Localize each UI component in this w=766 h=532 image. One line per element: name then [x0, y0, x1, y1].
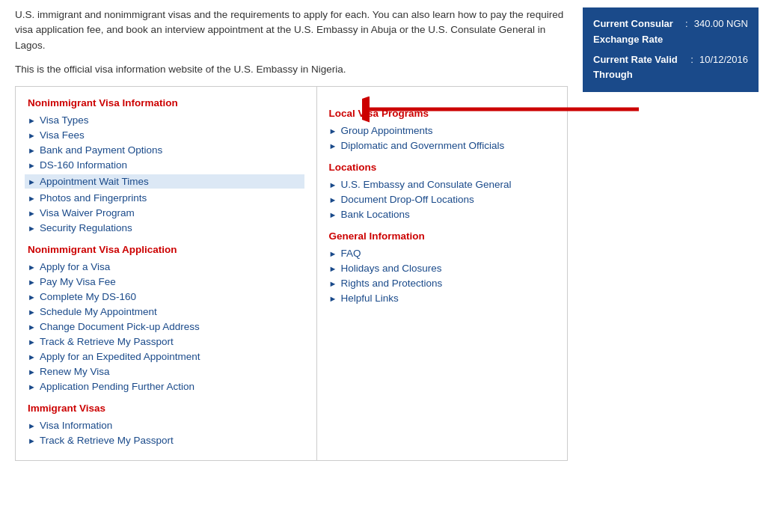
nav-visa-waiver[interactable]: ►Visa Waiver Program	[28, 207, 304, 218]
nav-visa-fees[interactable]: ►Visa Fees	[28, 129, 304, 141]
intro-line1: U.S. immigrant and nonimmigrant visas an…	[15, 7, 568, 53]
arrow-icon: ►	[28, 146, 36, 155]
arrow-icon: ►	[28, 337, 36, 346]
section-title-locations: Locations	[329, 162, 555, 173]
nav-bank-payment[interactable]: ►Bank and Payment Options	[28, 144, 304, 156]
arrow-icon: ►	[28, 263, 36, 272]
arrow-icon: ►	[28, 131, 36, 140]
nav-pending-action[interactable]: ►Application Pending Further Action	[28, 381, 304, 392]
arrow-icon: ►	[329, 126, 337, 135]
section-title-immigrant: Immigrant Visas	[28, 403, 304, 414]
arrow-icon: ►	[28, 382, 36, 391]
exchange-rate-colon: :	[685, 16, 688, 32]
arrow-icon: ►	[28, 293, 36, 302]
arrow-icon: ►	[28, 194, 36, 203]
arrow-icon: ►	[329, 264, 337, 273]
arrow-icon: ►	[28, 421, 36, 430]
nav-helpful-links[interactable]: ►Helpful Links	[329, 293, 555, 304]
rate-valid-label: Current Rate Valid Through	[593, 52, 690, 84]
main-content: U.S. immigrant and nonimmigrant visas an…	[15, 7, 575, 461]
arrow-icon: ►	[28, 352, 36, 361]
nav-photos-fingerprints[interactable]: ►Photos and Fingerprints	[28, 192, 304, 204]
right-column: Local Visa Programs ►Group Appointments …	[317, 87, 567, 460]
arrow-icon: ►	[329, 279, 337, 288]
section-title-general-info: General Information	[329, 230, 555, 242]
nav-appointment-wait[interactable]: ►Appointment Wait Times	[25, 174, 304, 189]
section-title-nonimmigrant-app: Nonimmigrant Visa Application	[28, 244, 304, 255]
arrow-icon: ►	[28, 436, 36, 445]
nav-bank-locations[interactable]: ►Bank Locations	[329, 209, 555, 220]
sidebar: Current Consular Exchange Rate : 340.00 …	[575, 7, 766, 461]
exchange-rate-box: Current Consular Exchange Rate : 340.00 …	[583, 7, 759, 92]
rate-valid-value: 10/12/2016	[699, 52, 748, 68]
nav-pay-fee[interactable]: ►Pay My Visa Fee	[28, 276, 304, 287]
section-title-nonimmigrant-info: Nonimmigrant Visa Information	[28, 97, 304, 108]
arrow-icon: ►	[28, 116, 36, 125]
nav-visa-information[interactable]: ►Visa Information	[28, 420, 304, 431]
page-wrapper: U.S. immigrant and nonimmigrant visas an…	[0, 0, 766, 468]
arrow-icon: ►	[28, 209, 36, 218]
nav-renew-visa[interactable]: ►Renew My Visa	[28, 366, 304, 377]
nav-apply-visa[interactable]: ►Apply for a Visa	[28, 261, 304, 272]
nav-diplomatic-officials[interactable]: ►Diplomatic and Government Officials	[329, 140, 555, 151]
nav-complete-ds160[interactable]: ►Complete My DS-160	[28, 291, 304, 302]
arrow-icon: ►	[329, 141, 337, 150]
nav-track-passport[interactable]: ►Track & Retrieve My Passport	[28, 336, 304, 347]
arrow-icon: ►	[329, 249, 337, 258]
nav-dropoff-locations[interactable]: ►Document Drop-Off Locations	[329, 194, 555, 205]
arrow-icon: ►	[329, 210, 337, 219]
arrow-icon: ►	[28, 278, 36, 287]
rate-valid-row: Current Rate Valid Through : 10/12/2016	[593, 52, 748, 84]
intro-line2: This is the official visa information we…	[15, 62, 568, 77]
nav-track-passport-immigrant[interactable]: ►Track & Retrieve My Passport	[28, 435, 304, 446]
nav-holidays-closures[interactable]: ►Holidays and Closures	[329, 263, 555, 274]
arrow-icon: ►	[329, 180, 337, 189]
nav-ds160-info[interactable]: ►DS-160 Information	[28, 159, 304, 171]
arrow-icon: ►	[28, 367, 36, 376]
arrow-icon: ►	[28, 161, 36, 170]
arrow-icon: ►	[28, 322, 36, 331]
nav-group-appointments[interactable]: ►Group Appointments	[329, 125, 555, 136]
arrow-icon: ►	[28, 224, 36, 233]
exchange-rate-label: Current Consular Exchange Rate	[593, 16, 685, 48]
nav-security-regulations[interactable]: ►Security Regulations	[28, 222, 304, 233]
nav-visa-types[interactable]: ►Visa Types	[28, 114, 304, 126]
nav-rights-protections[interactable]: ►Rights and Protections	[329, 278, 555, 289]
exchange-rate-value: 340.00 NGN	[694, 16, 748, 32]
arrow-icon: ►	[329, 294, 337, 303]
nav-change-pickup[interactable]: ►Change Document Pick-up Address	[28, 321, 304, 332]
rate-valid-colon: :	[690, 52, 693, 68]
arrow-icon: ►	[28, 308, 36, 317]
arrow-icon: ►	[329, 195, 337, 204]
nav-embassy-consulate[interactable]: ►U.S. Embassy and Consulate General	[329, 179, 555, 190]
exchange-rate-row: Current Consular Exchange Rate : 340.00 …	[593, 16, 748, 48]
left-column: Nonimmigrant Visa Information ►Visa Type…	[16, 87, 317, 460]
nav-expedited-appointment[interactable]: ►Apply for an Expedited Appointment	[28, 351, 304, 362]
nav-schedule-appointment[interactable]: ►Schedule My Appointment	[28, 306, 304, 317]
section-title-local-visa: Local Visa Programs	[329, 108, 555, 119]
nav-faq[interactable]: ►FAQ	[329, 248, 555, 259]
nav-grid: Nonimmigrant Visa Information ►Visa Type…	[15, 86, 568, 461]
arrow-icon: ►	[28, 177, 36, 186]
